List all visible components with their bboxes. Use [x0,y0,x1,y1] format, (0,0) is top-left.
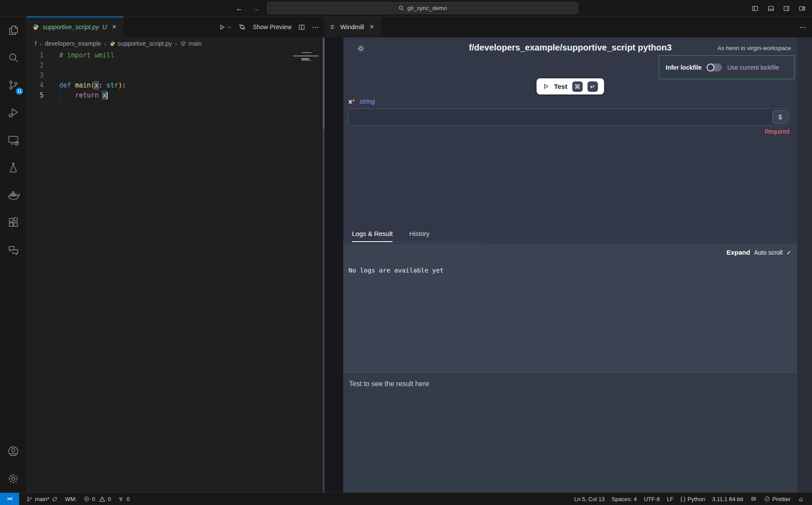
notifications-bell[interactable] [794,493,808,505]
settings-button[interactable] [0,465,27,492]
tab-supportive-script[interactable]: supportive_script.py U × [27,17,123,37]
comments-icon [7,243,20,256]
argument-label: x* string [348,98,375,105]
ports-status[interactable]: 0 [114,493,133,505]
close-icon[interactable]: × [110,22,118,32]
toggle-knob [707,64,714,71]
minimap[interactable] [296,50,323,111]
show-preview-button[interactable]: Show Preview [253,24,291,30]
code-line-current: 5 return x [27,91,325,101]
copilot-button[interactable] [747,493,761,505]
sidebar-item-comments[interactable] [0,236,27,263]
accounts-button[interactable] [0,438,27,465]
variable-picker-button[interactable]: $ [772,110,788,124]
breadcrumb-symbol[interactable]: main [180,40,202,47]
toggle-panel-icon[interactable] [767,5,775,12]
remote-indicator[interactable]: >< [0,493,19,505]
text-cursor [107,92,108,99]
toggle-primary-sidebar-icon[interactable] [751,5,759,12]
search-sidebar-icon [7,51,20,64]
sidebar-item-search[interactable] [0,44,27,71]
lockfile-toggle[interactable] [707,64,722,71]
code-line: 2 [27,61,325,71]
customize-layout-icon[interactable] [798,5,806,12]
eol-status[interactable]: LF [663,493,677,505]
git-branch-status[interactable]: main* [23,493,61,505]
breadcrumb: f › developers_example › supportive_scri… [27,37,325,50]
activity-bar: 11 [0,17,27,492]
language-mode[interactable]: { } Python [677,493,709,505]
logs-empty-message: No logs are available yet [348,267,443,274]
error-icon [84,496,90,502]
use-current-lockfile-label: Use current lockfile [727,64,779,71]
breadcrumb-folder[interactable]: developers_example [45,40,101,47]
wm-status[interactable]: WM: [61,493,80,505]
encoding-status[interactable]: UTF-8 [640,493,663,505]
sidebar-item-remote-explorer[interactable] [0,126,27,154]
extensions-icon [7,216,20,229]
breadcrumb-chevron-icon: › [104,40,106,47]
scm-changes-badge: 11 [16,88,23,95]
windmill-panel: f/developers_example/supportive_script p… [343,37,797,492]
more-actions-icon[interactable]: ⋯ [799,23,807,31]
argument-x-input[interactable] [348,108,790,126]
code-line: 4 def main(x: str): [27,81,325,91]
run-python-file-icon[interactable] [218,24,232,31]
python-runtime[interactable]: 3.11.1 64-bit [709,493,747,505]
tab-logs-result[interactable]: Logs & Result [352,230,392,242]
check-icon[interactable]: ✓ [786,249,792,256]
tab-windmill[interactable]: Windmill × [325,17,381,37]
test-button[interactable]: Test ⌘ ↵ [537,78,604,94]
python-file-icon [109,40,115,47]
auto-scroll-label[interactable]: Auto scroll [754,249,782,256]
branch-icon [26,496,33,502]
indentation-status[interactable]: Spaces: 4 [608,493,640,505]
line-number: 4 [27,81,44,91]
search-value: git_sync_demo [407,5,447,11]
prettier-disabled-icon [764,496,770,502]
line-number: 1 [27,50,44,61]
title-bar: ← → git_sync_demo [0,0,812,17]
required-note: Required [765,128,789,135]
sync-icon [51,496,58,502]
navigate-forward-icon[interactable]: → [252,4,260,12]
remote-explorer-icon [7,134,20,146]
compare-changes-icon[interactable] [238,23,246,31]
tab-history[interactable]: History [409,230,430,242]
close-icon[interactable]: × [368,22,376,32]
tab-modified-indicator: U [102,24,107,30]
sidebar-item-docker[interactable] [0,181,27,209]
expand-button[interactable]: Expand [727,249,750,256]
language-braces-icon: { } [680,496,685,502]
required-asterisk: * [352,98,355,105]
sidebar-item-extensions[interactable] [0,209,27,236]
windmill-tab-bar: Windmill × ⋯ [325,17,812,37]
toggle-secondary-sidebar-icon[interactable] [783,5,790,12]
more-actions-icon[interactable]: ⋯ [312,23,319,31]
argument-type: string [359,98,375,105]
line-number: 2 [27,61,44,71]
symbol-cube-icon [180,40,186,47]
cursor-position[interactable]: Ln 5, Col 13 [571,493,608,505]
webview-scrollbar[interactable] [797,37,812,492]
sidebar-item-run-debug[interactable] [0,99,27,126]
navigate-back-icon[interactable]: ← [235,4,243,12]
testing-flask-icon [7,161,20,174]
command-center-search[interactable]: git_sync_demo [267,2,578,14]
explorer-icon [7,24,20,37]
sidebar-item-explorer[interactable] [0,17,27,44]
search-icon [398,5,404,11]
problems-status[interactable]: 0 0 [80,493,114,505]
sidebar-item-testing[interactable] [0,154,27,181]
breadcrumb-file[interactable]: supportive_script.py [109,40,172,47]
result-section: Test to see the result here [343,372,797,492]
editor-group-code: supportive_script.py U × Show Preview ⋯ … [27,17,325,492]
split-editor-icon[interactable] [298,24,305,31]
account-icon [7,445,20,458]
breadcrumb-root[interactable]: f [35,40,37,47]
sidebar-item-source-control[interactable]: 11 [0,71,27,99]
radio-tower-icon [118,496,124,502]
code-editor[interactable]: 1 # import wmill 2 3 4 def main(x: str):… [27,50,325,492]
breadcrumb-chevron-icon: › [175,40,177,47]
formatter-status[interactable]: Prettier [761,493,794,505]
